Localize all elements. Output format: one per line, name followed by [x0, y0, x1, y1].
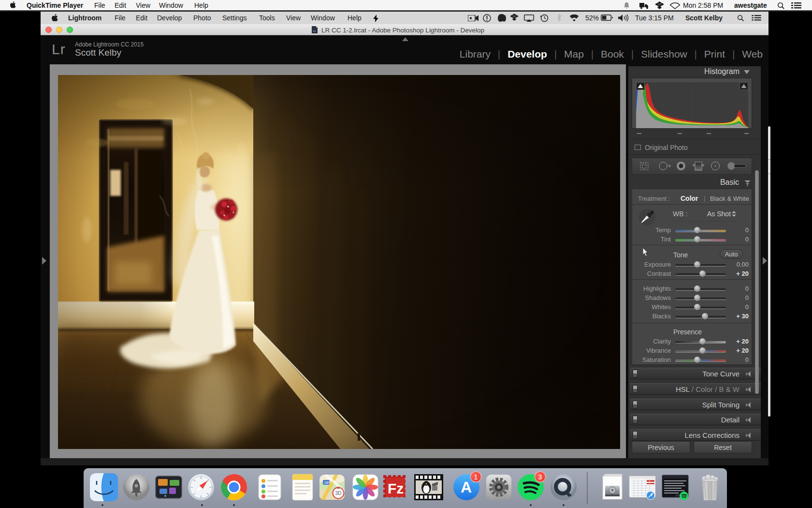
svg-text:3D: 3D [335, 491, 342, 496]
svg-text:A: A [461, 478, 472, 496]
svg-text:280: 280 [324, 481, 330, 484]
svg-text:Fz: Fz [388, 480, 404, 496]
svg-text:Lr: Lr [313, 30, 316, 32]
